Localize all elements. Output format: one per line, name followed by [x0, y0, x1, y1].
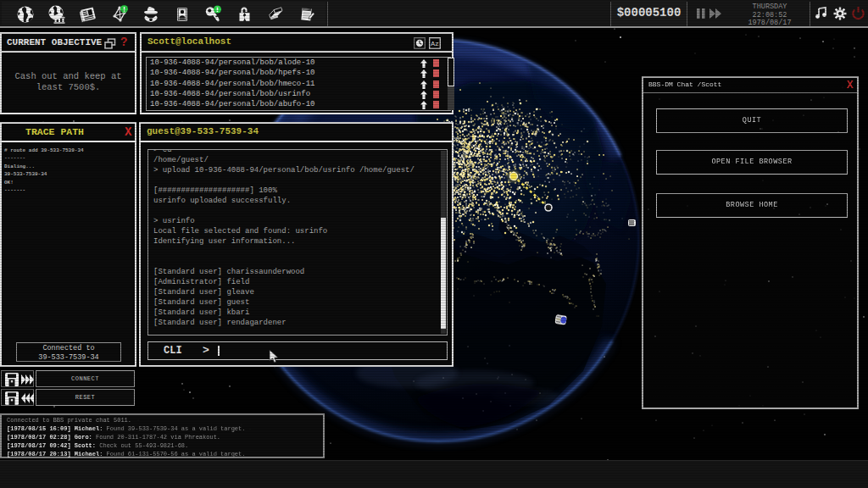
svg-text:Az: Az [431, 40, 439, 47]
